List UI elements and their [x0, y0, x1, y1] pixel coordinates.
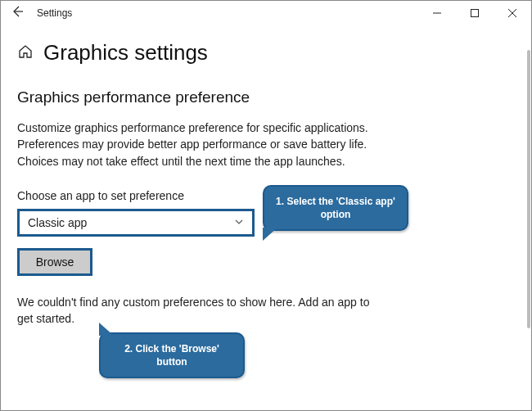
browse-button[interactable]: Browse	[17, 248, 92, 276]
minimize-button[interactable]	[418, 1, 456, 25]
titlebar: Settings	[1, 1, 531, 25]
close-button[interactable]	[494, 1, 531, 25]
section-title: Graphics performance preference	[17, 88, 515, 106]
arrow-left-icon	[11, 5, 24, 18]
callout-step-1: 1. Select the 'Classic app' option	[263, 185, 408, 231]
minimize-icon	[433, 9, 441, 17]
app-type-dropdown[interactable]: Classic app	[17, 209, 255, 237]
content-area: Graphics settings Graphics performance p…	[1, 25, 531, 327]
browse-label: Browse	[36, 255, 74, 269]
close-icon	[508, 9, 516, 17]
dropdown-value: Classic app	[28, 216, 87, 229]
callout-text: 1. Select the 'Classic app' option	[276, 196, 395, 220]
maximize-icon	[471, 9, 479, 17]
settings-window: Settings Graphics settings Graphics perf…	[0, 0, 532, 411]
page-header: Graphics settings	[17, 40, 515, 65]
chevron-down-icon	[234, 216, 244, 229]
window-title: Settings	[37, 7, 72, 19]
maximize-button[interactable]	[456, 1, 494, 25]
callout-step-2: 2. Click the 'Browse' button	[99, 332, 245, 378]
section-description: Customize graphics performance preferenc…	[17, 120, 377, 169]
empty-state-text: We couldn't find any custom preferences …	[17, 294, 377, 327]
back-button[interactable]	[1, 5, 34, 21]
callout-text: 2. Click the 'Browse' button	[124, 343, 219, 368]
page-title: Graphics settings	[43, 40, 208, 65]
scrollbar[interactable]	[527, 50, 530, 328]
home-icon[interactable]	[17, 43, 34, 63]
svg-rect-1	[471, 10, 479, 17]
